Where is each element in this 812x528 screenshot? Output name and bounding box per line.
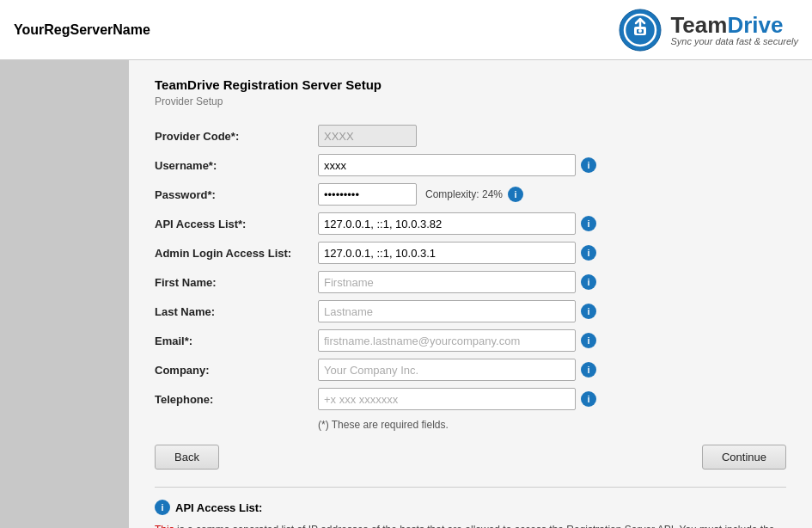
info-box: i API Access List: This is a comma separ… [155,487,786,528]
page-title: TeamDrive Registration Server Setup [155,77,786,92]
teamdrive-logo-icon [619,9,662,52]
password-input[interactable] [318,183,417,206]
info-box-text: This is a comma separated list of IP add… [155,522,786,528]
admin-login-input[interactable] [318,242,576,264]
lastname-row: Last Name: i [155,300,786,322]
admin-login-label: Admin Login Access List: [155,247,318,260]
info-box-icon: i [155,500,170,515]
provider-code-label: Provider Code*: [155,130,318,143]
email-input-wrap: i [318,329,596,352]
required-note: (*) These are required fields. [318,419,786,431]
main-content: TeamDrive Registration Server Setup Prov… [129,60,812,528]
complexity-text: Complexity: 24% [425,188,503,200]
info-box-title-text: API Access List: [175,501,262,514]
email-label: Email*: [155,335,318,347]
sidebar [0,60,129,528]
info-box-title-row: i API Access List: [155,500,786,515]
api-access-info-icon[interactable]: i [581,216,596,231]
telephone-info-icon[interactable]: i [581,391,596,407]
username-info-icon[interactable]: i [581,157,596,173]
logo-name: TeamDrive [670,14,798,36]
logo-tagline: Sync your data fast & securely [670,36,798,46]
admin-login-row: Admin Login Access List: i [155,242,786,264]
telephone-input[interactable] [318,388,576,410]
logo-drive: Drive [727,12,783,38]
admin-login-info-icon[interactable]: i [581,245,596,261]
company-label: Company: [155,364,318,377]
telephone-label: Telephone: [155,393,318,406]
buttons-row: Back Continue [155,445,786,470]
firstname-info-icon[interactable]: i [581,274,596,290]
lastname-label: Last Name: [155,305,318,318]
logo-area: TeamDrive Sync your data fast & securely [619,9,798,52]
password-label: Password*: [155,188,318,201]
admin-login-input-wrap: i [318,242,596,264]
server-name: YourRegServerName [14,22,150,38]
company-info-icon[interactable]: i [581,362,596,378]
username-input[interactable] [318,154,576,176]
email-info-icon[interactable]: i [581,333,596,348]
firstname-input[interactable] [318,271,576,293]
page-subtitle: Provider Setup [155,95,786,107]
username-row: Username*: i [155,154,786,176]
back-button[interactable]: Back [155,445,219,470]
company-row: Company: i [155,359,786,381]
continue-button[interactable]: Continue [702,445,786,470]
api-access-row: API Access List*: i [155,212,786,235]
telephone-row: Telephone: i [155,388,786,410]
password-input-wrap: Complexity: 24% i [318,183,523,206]
provider-code-input-wrap [318,125,417,147]
company-input-wrap: i [318,359,596,381]
lastname-input[interactable] [318,300,576,322]
logo-text: TeamDrive Sync your data fast & securely [670,14,798,46]
logo-team: Team [670,12,727,38]
firstname-row: First Name: i [155,271,786,293]
firstname-label: First Name: [155,276,318,289]
svg-point-4 [638,29,642,33]
firstname-input-wrap: i [318,271,596,293]
username-input-wrap: i [318,154,596,176]
provider-code-row: Provider Code*: [155,125,786,147]
email-row: Email*: i [155,329,786,352]
lastname-input-wrap: i [318,300,596,322]
api-access-input-wrap: i [318,212,596,235]
main-layout: TeamDrive Registration Server Setup Prov… [0,60,812,528]
api-access-input[interactable] [318,212,576,235]
username-label: Username*: [155,159,318,172]
email-input[interactable] [318,329,576,352]
password-info-icon[interactable]: i [508,187,523,202]
company-input[interactable] [318,359,576,381]
lastname-info-icon[interactable]: i [581,304,596,319]
password-row: Password*: Complexity: 24% i [155,183,786,206]
provider-code-input[interactable] [318,125,417,147]
api-access-label: API Access List*: [155,218,318,230]
header: YourRegServerName TeamDrive Sync your da… [0,0,812,60]
telephone-input-wrap: i [318,388,596,410]
